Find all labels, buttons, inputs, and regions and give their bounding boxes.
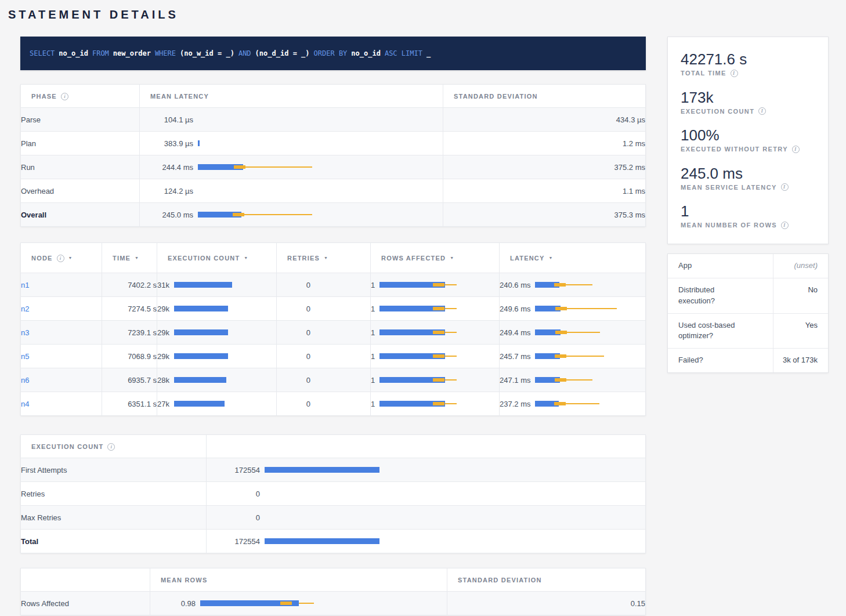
latency-header-label: LATENCY: [510, 255, 545, 262]
page-title: STATEMENT DETAILS: [8, 8, 839, 21]
table-row: Total 172554: [21, 530, 646, 553]
phase-name: Parse: [21, 108, 140, 132]
rows-table-header-row: MEAN ROWS STANDARD DEVIATION: [21, 568, 646, 592]
node-link[interactable]: n3: [21, 328, 29, 337]
sql-query-bar: SELECT no_o_id FROM new_order WHERE (no_…: [20, 37, 646, 70]
phase-name: Plan: [21, 132, 140, 155]
latency-bar: [535, 281, 670, 289]
execution-row-value: 172554: [207, 466, 260, 474]
info-icon[interactable]: [731, 70, 738, 77]
latency-bar: [535, 305, 670, 313]
sql-token: new_order: [113, 49, 151, 57]
info-icon[interactable]: [792, 146, 800, 153]
cost-based-optimizer-value: Yes: [773, 314, 828, 349]
sql-token: SELECT: [30, 49, 55, 57]
table-row: n4 6351.1 s 27k 0 1 237.2 ms: [21, 392, 646, 416]
sort-desc-icon: [450, 256, 454, 260]
mean-latency-bar: [198, 211, 332, 219]
detail-row-app: App (unset): [668, 254, 828, 278]
node-table: NODE TIME EXECUTION COUNT RETRIES ROWS A…: [20, 242, 646, 416]
table-row: n3 7239.1 s 29k 0 1 249.4 ms: [21, 321, 646, 345]
summary-item: 245.0 ms MEAN SERVICE LATENCY: [681, 165, 816, 191]
stddev-value: 375.2 ms: [443, 155, 646, 179]
node-table-header-row: NODE TIME EXECUTION COUNT RETRIES ROWS A…: [21, 243, 646, 273]
mean-rows-value: 0.98: [150, 599, 196, 608]
info-icon[interactable]: [57, 255, 64, 262]
rows-affected-column-header[interactable]: ROWS AFFECTED: [371, 243, 500, 273]
retries-column-header[interactable]: RETRIES: [277, 243, 371, 273]
phase-column-header[interactable]: PHASE: [21, 85, 140, 108]
mean-latency-header-label: MEAN LATENCY: [150, 93, 209, 100]
content-layout: SELECT no_o_id FROM new_order WHERE (no_…: [20, 37, 839, 615]
sort-desc-icon: [549, 256, 553, 260]
executed-without-retry-label: EXECUTED WITHOUT RETRY: [681, 146, 788, 153]
execution-count-bar: [265, 537, 399, 545]
execution-count-header-row: EXECUTION COUNT: [21, 435, 646, 458]
execution-count-value: 27k: [157, 400, 169, 408]
node-column-header[interactable]: NODE: [21, 243, 102, 273]
summary-item: 100% EXECUTED WITHOUT RETRY: [681, 127, 816, 153]
latency-column-header[interactable]: LATENCY: [500, 243, 646, 273]
app-label: App: [668, 254, 773, 278]
rows-affected-bar: [379, 376, 514, 384]
mean-service-latency-label: MEAN SERVICE LATENCY: [681, 184, 777, 191]
standard-deviation-header-label: STANDARD DEVIATION: [454, 93, 538, 100]
details-panel: App (unset) Distributed execution? No Us…: [667, 253, 829, 373]
time-header-label: TIME: [113, 255, 131, 262]
sql-token: WHERE: [155, 49, 176, 57]
standard-deviation-column-header: STANDARD DEVIATION: [443, 85, 646, 108]
info-icon[interactable]: [107, 443, 115, 451]
executed-without-retry-value: 100%: [681, 127, 816, 144]
rows-affected-bar: [379, 281, 514, 289]
sql-token: AND: [238, 49, 251, 57]
execution-count-bar: [265, 466, 399, 474]
phase-header-label: PHASE: [31, 93, 57, 100]
time-column-header[interactable]: TIME: [102, 243, 157, 273]
execution-count-column-header[interactable]: EXECUTION COUNT: [157, 243, 277, 273]
execution-row-label: Max Retries: [21, 506, 207, 530]
standard-deviation-column-header: STANDARD DEVIATION: [447, 568, 646, 592]
phase-name: Overall: [21, 203, 140, 227]
node-link[interactable]: n1: [21, 281, 29, 289]
info-icon[interactable]: [781, 222, 789, 229]
mean-latency-bar: [198, 139, 332, 147]
latency-bar: [535, 376, 670, 384]
rows-affected-value: 1: [371, 376, 375, 385]
phase-table: PHASE MEAN LATENCY STANDARD DEVIATION Pa…: [20, 84, 646, 227]
statement-details-page: STATEMENT DETAILS SELECT no_o_id FROM ne…: [0, 0, 846, 616]
time-value: 6935.7 s: [102, 368, 157, 392]
table-row: n1 7402.2 s 31k 0 1 240.6 ms: [21, 273, 646, 297]
rows-affected-table: MEAN ROWS STANDARD DEVIATION Rows Affect…: [20, 568, 646, 615]
node-header-label: NODE: [31, 255, 53, 262]
rows-affected-value: 1: [371, 328, 375, 337]
rows-affected-bar: [379, 400, 514, 408]
mean-latency-value: 245.0 ms: [140, 211, 193, 219]
phase-name: Run: [21, 155, 140, 179]
execution-count-bar: [174, 352, 309, 360]
detail-row-failed: Failed? 3k of 173k: [668, 348, 828, 372]
node-link[interactable]: n6: [21, 376, 29, 385]
sort-desc-icon: [244, 256, 248, 260]
info-icon[interactable]: [61, 93, 68, 100]
sort-desc-icon: [324, 256, 328, 260]
execution-count-header-label: EXECUTION COUNT: [168, 255, 240, 262]
execution-row-label: Total: [21, 530, 207, 553]
node-link[interactable]: n2: [21, 305, 29, 313]
execution-count-value: 28k: [157, 376, 169, 385]
table-row: n5 7068.9 s 29k 0 1 245.7 ms: [21, 345, 646, 368]
sql-token: ORDER BY: [314, 49, 348, 57]
rows-affected-bar: [379, 328, 514, 336]
execution-count-value: 173k: [681, 89, 816, 106]
rows-affected-bar: [379, 352, 514, 360]
sort-desc-icon: [135, 256, 139, 260]
phase-name: Overhead: [21, 179, 140, 203]
info-icon[interactable]: [781, 183, 789, 191]
summary-item: 173k EXECUTION COUNT: [681, 89, 816, 115]
mean-rows-column-header: MEAN ROWS: [150, 568, 447, 592]
node-link[interactable]: n5: [21, 352, 29, 361]
sql-token: (no_d_id = _): [255, 49, 310, 57]
rows-affected-value: 1: [371, 305, 375, 313]
table-row: Rows Affected 0.98 0.15: [21, 592, 646, 615]
node-link[interactable]: n4: [21, 400, 29, 408]
info-icon[interactable]: [758, 107, 766, 115]
